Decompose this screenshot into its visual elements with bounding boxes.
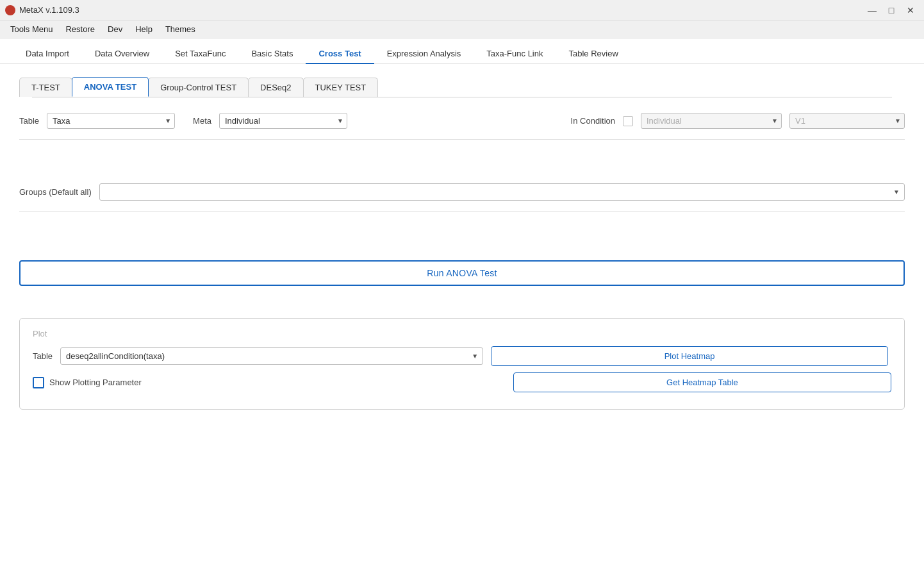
- condition-select[interactable]: Individual: [641, 113, 782, 129]
- minimize-button[interactable]: —: [864, 4, 880, 17]
- get-heatmap-table-button[interactable]: Get Heatmap Table: [513, 372, 891, 392]
- separator-1: [19, 139, 905, 140]
- app-title: MetaX v.1.109.3: [19, 5, 79, 15]
- plot-section: Plot Table deseq2allinCondition(taxa) ▼ …: [19, 318, 905, 410]
- show-param-checkbox[interactable]: [33, 377, 44, 388]
- top-nav: Data Import Data Overview Set TaxaFunc B…: [0, 38, 924, 64]
- menu-tools[interactable]: Tools Menu: [5, 23, 58, 35]
- plot-heatmap-button[interactable]: Plot Heatmap: [491, 346, 888, 366]
- subtab-group-control-test[interactable]: Group-Control TEST: [148, 78, 249, 97]
- plot-table-row: Table deseq2allinCondition(taxa) ▼ Plot …: [33, 346, 891, 366]
- tab-table-review[interactable]: Table Review: [556, 44, 631, 63]
- groups-select[interactable]: [99, 183, 905, 201]
- separator-2: [19, 211, 905, 212]
- content-area: T-TEST ANOVA TEST Group-Control TEST DES…: [0, 64, 924, 575]
- tab-data-import[interactable]: Data Import: [13, 44, 82, 63]
- groups-label: Groups (Default all): [19, 187, 92, 197]
- menu-themes[interactable]: Themes: [160, 23, 201, 35]
- plot-table-select[interactable]: deseq2allinCondition(taxa): [60, 347, 483, 365]
- title-bar-left: MetaX v.1.109.3: [5, 5, 79, 15]
- show-param-label: Show Plotting Parameter: [49, 378, 142, 387]
- in-condition-checkbox[interactable]: [623, 116, 633, 126]
- tab-cross-test[interactable]: Cross Test: [306, 44, 374, 63]
- in-condition-label: In Condition: [571, 116, 615, 126]
- plot-table-label: Table: [33, 351, 53, 361]
- meta-select[interactable]: Individual: [219, 113, 347, 129]
- tab-taxa-func-link[interactable]: Taxa-Func Link: [474, 44, 556, 63]
- v1-select-wrapper: V1 ▼: [789, 113, 905, 129]
- plot-table-select-wrapper: deseq2allinCondition(taxa) ▼: [60, 347, 483, 365]
- table-select[interactable]: Taxa: [47, 113, 175, 129]
- subtab-tukey-test[interactable]: TUKEY TEST: [303, 78, 379, 97]
- subtab-deseq2[interactable]: DESeq2: [248, 78, 303, 97]
- table-label: Table: [19, 116, 39, 126]
- table-select-wrapper: Taxa ▼: [47, 113, 175, 129]
- condition-select-wrapper: Individual ▼: [641, 113, 782, 129]
- subtab-anova-test[interactable]: ANOVA TEST: [72, 77, 149, 97]
- plot-param-row: Show Plotting Parameter Get Heatmap Tabl…: [33, 372, 891, 392]
- subtab-t-test[interactable]: T-TEST: [19, 78, 72, 97]
- tab-set-taxafunc[interactable]: Set TaxaFunc: [162, 44, 238, 63]
- plot-section-label: Plot: [33, 329, 891, 338]
- menu-restore[interactable]: Restore: [60, 23, 100, 35]
- close-button[interactable]: ✕: [902, 4, 919, 17]
- show-param-row: Show Plotting Parameter: [33, 377, 142, 388]
- tab-data-overview[interactable]: Data Overview: [82, 44, 162, 63]
- v1-select[interactable]: V1: [789, 113, 905, 129]
- run-anova-button[interactable]: Run ANOVA Test: [19, 260, 905, 286]
- groups-select-wrapper: ▼: [99, 183, 905, 201]
- menu-dev[interactable]: Dev: [103, 23, 128, 35]
- title-bar: MetaX v.1.109.3 — □ ✕: [0, 0, 924, 21]
- menu-bar: Tools Menu Restore Dev Help Themes: [0, 21, 924, 38]
- maximize-button[interactable]: □: [883, 4, 900, 17]
- tab-basic-stats[interactable]: Basic Stats: [238, 44, 306, 63]
- tab-expression-analysis[interactable]: Expression Analysis: [374, 44, 474, 63]
- app-icon: [5, 5, 15, 15]
- window-controls: — □ ✕: [864, 4, 919, 17]
- main-content: Data Import Data Overview Set TaxaFunc B…: [0, 38, 924, 575]
- groups-row: Groups (Default all) ▼: [19, 183, 905, 201]
- meta-label: Meta: [193, 116, 211, 126]
- meta-select-wrapper: Individual ▼: [219, 113, 347, 129]
- menu-help[interactable]: Help: [130, 23, 158, 35]
